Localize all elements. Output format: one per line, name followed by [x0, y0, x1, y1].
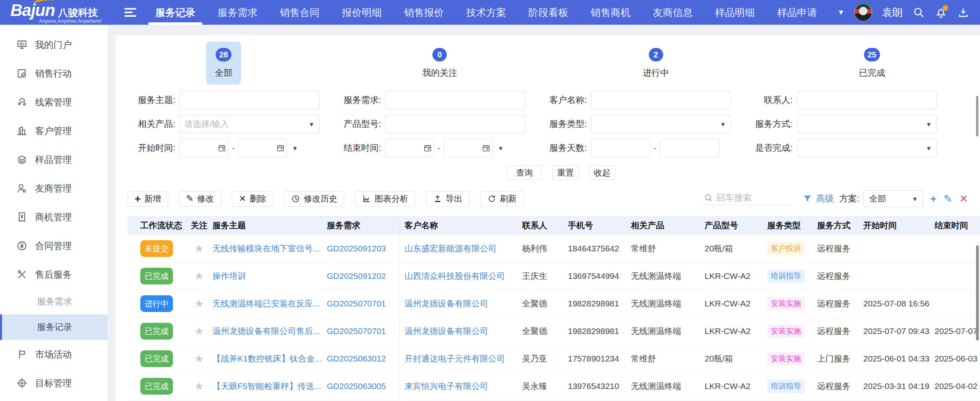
sidebar-item-样品管理[interactable]: 样品管理 [0, 145, 108, 174]
start-date-from-input[interactable] [179, 139, 229, 157]
service-topic-link[interactable]: 操作培训 [212, 271, 246, 282]
contact-filter-input[interactable] [797, 91, 937, 109]
download-icon[interactable] [957, 6, 970, 19]
top-nav-tab-销售合同[interactable]: 销售合同 [269, 0, 331, 25]
service-topic-link[interactable]: 【天眼F5智能检重秤】传送... [212, 381, 321, 392]
demand-filter-input[interactable] [385, 91, 525, 109]
top-nav-tab-服务记录[interactable]: 服务记录 [144, 0, 206, 25]
stype-filter-select[interactable]: ▼ [591, 115, 731, 133]
table-scrollbar-thumb[interactable] [976, 245, 979, 340]
summary-card-进行中[interactable]: 2 进行中 [548, 41, 764, 85]
customer-name-link[interactable]: 温州龙德设备有限公司 [405, 326, 488, 337]
service-demand-link[interactable]: GD2025063005 [327, 381, 386, 391]
reset-button[interactable]: 重置 [552, 165, 579, 180]
plan-select[interactable]: 全部 ▼ [863, 190, 923, 207]
toolbar-button-修改[interactable]: ✎ 修改 [179, 191, 221, 207]
delete-plan-icon[interactable]: ✕ [959, 194, 968, 204]
sidebar-item-客户管理[interactable]: 客户管理 [0, 117, 108, 145]
query-button[interactable]: 查询 [507, 165, 542, 180]
favorite-star-icon[interactable]: ★ [194, 270, 204, 282]
service-topic-link[interactable]: 无线传输模块在地下室信号... [212, 243, 320, 254]
user-name[interactable]: 袁朗 [882, 6, 903, 20]
customer-name-link[interactable]: 山东盛宏新能源有限公司 [405, 243, 497, 254]
summary-card-我的关注[interactable]: 0 我的关注 [332, 41, 548, 85]
sidebar-subitem-服务需求[interactable]: 服务需求 [0, 289, 108, 314]
collapse-button[interactable]: 收起 [589, 165, 615, 180]
customer-name-link[interactable]: 山西清众科技股份有限公司 [405, 271, 505, 282]
sidebar-item-销售行动[interactable]: 销售行动 [0, 59, 108, 88]
sidebar-item-市场活动[interactable]: 市场活动 [0, 340, 108, 369]
toolbar-button-新增[interactable]: + 新增 [128, 191, 168, 207]
start-range-preset-caret-icon[interactable]: ▼ [292, 145, 298, 152]
toolbar-button-修改历史[interactable]: 修改历史 [284, 191, 344, 207]
customer-filter-input[interactable] [591, 91, 731, 109]
more-menus-caret-icon[interactable]: ▼ [837, 8, 844, 17]
favorite-star-icon[interactable]: ★ [194, 325, 204, 338]
sidebar-item-合同管理[interactable]: 合同管理 [0, 231, 108, 260]
filter-funnel-icon[interactable] [803, 194, 812, 203]
service-topic-link[interactable]: 温州龙德设备有限公司售后... [212, 326, 320, 337]
end-date-to-input[interactable] [444, 139, 493, 157]
quick-search-input[interactable] [717, 193, 788, 203]
topic-filter-input[interactable] [179, 91, 320, 109]
favorite-star-icon[interactable]: ★ [194, 352, 204, 365]
sidebar-item-我的门户[interactable]: 我的门户 [0, 30, 108, 59]
toolbar-button-删除[interactable]: ✕ 删除 [232, 191, 274, 207]
customer-name-link[interactable]: 开封通达电子元件有限公司 [405, 353, 505, 364]
top-nav-tab-样品申请[interactable]: 样品申请 [766, 0, 828, 25]
table-row[interactable]: 已完成 ★ 操作培训 GD2025091202 山西清众科技股份有限公司 王庆生… [128, 263, 980, 290]
service-demand-link[interactable]: GD2025063012 [327, 354, 386, 363]
toolbar-button-刷新[interactable]: 刷新 [480, 191, 524, 207]
sidebar-item-友商管理[interactable]: 友商管理 [0, 174, 108, 203]
table-row[interactable]: 已完成 ★ 【战斧K1数控铣床】钛合金... GD2025063012 开封通达… [128, 345, 980, 373]
service-topic-link[interactable]: 无线测温终端已安装在反应... [212, 298, 320, 309]
top-nav-tab-销售商机[interactable]: 销售商机 [579, 0, 642, 25]
service-topic-link[interactable]: 【战斧K1数控铣床】钛合金... [212, 353, 322, 364]
add-plan-icon[interactable]: + [930, 194, 936, 204]
top-nav-tab-样品明细[interactable]: 样品明细 [704, 0, 766, 25]
done-filter-select[interactable]: ▼ [797, 139, 937, 157]
favorite-star-icon[interactable]: ★ [194, 297, 204, 310]
smode-filter-select[interactable]: ▼ [797, 115, 937, 133]
top-nav-tab-服务需求[interactable]: 服务需求 [206, 0, 269, 25]
summary-card-已完成[interactable]: 25 已完成 [764, 41, 980, 85]
end-date-from-input[interactable] [385, 139, 434, 157]
service-demand-link[interactable]: GD2025091202 [327, 271, 386, 281]
service-demand-link[interactable]: GD2025070701 [327, 299, 386, 308]
customer-name-link[interactable]: 来宾恒兴电子有限公司 [405, 381, 488, 392]
edit-plan-icon[interactable]: ✎ [943, 194, 952, 204]
table-row[interactable]: 已完成 ★ 温州龙德设备有限公司售后... GD2025070701 温州龙德设… [128, 318, 980, 345]
top-nav-tab-友商信息[interactable]: 友商信息 [642, 0, 704, 25]
top-nav-tab-技术方案[interactable]: 技术方案 [455, 0, 517, 25]
model-filter-input[interactable] [385, 115, 525, 133]
sidebar-item-售后服务[interactable]: 售后服务 [0, 260, 108, 289]
end-range-preset-caret-icon[interactable]: ▼ [498, 145, 504, 152]
sidebar-subitem-服务记录[interactable]: 服务记录 [0, 314, 108, 340]
toolbar-button-导出[interactable]: 导出 [426, 191, 469, 207]
search-icon[interactable] [912, 6, 925, 19]
toolbar-button-图表分析[interactable]: 图表分析 [355, 191, 415, 207]
product-filter-select[interactable]: 请选择/输入 ▼ [179, 115, 320, 133]
top-nav-tab-销售报价[interactable]: 销售报价 [393, 0, 455, 25]
service-demand-link[interactable]: GD2025091203 [327, 244, 386, 253]
user-avatar[interactable] [854, 3, 872, 22]
top-nav-tab-报价明细[interactable]: 报价明细 [331, 0, 393, 25]
menu-hamburger-icon[interactable] [124, 8, 136, 17]
notifications-bell-icon[interactable] [935, 6, 947, 19]
favorite-star-icon[interactable]: ★ [194, 380, 204, 393]
page-scrollbar-thumb[interactable] [976, 96, 978, 136]
top-nav-tab-阶段看板[interactable]: 阶段看板 [517, 0, 579, 25]
sidebar-item-商机管理[interactable]: 商机管理 [0, 203, 108, 231]
summary-card-全部[interactable]: 28 全部 [116, 41, 332, 85]
start-date-to-input[interactable] [238, 139, 287, 157]
table-row[interactable]: 已完成 ★ 【天眼F5智能检重秤】传送... GD2025063005 来宾恒兴… [128, 373, 980, 400]
advanced-search-link[interactable]: 高级 [816, 193, 834, 205]
days-min-input[interactable] [591, 139, 651, 157]
favorite-star-icon[interactable]: ★ [194, 242, 204, 255]
service-demand-link[interactable]: GD2025070701 [327, 326, 386, 336]
table-row[interactable]: 未提交 ★ 无线传输模块在地下室信号... GD2025091203 山东盛宏新… [128, 235, 980, 263]
customer-name-link[interactable]: 温州龙德设备有限公司 [405, 298, 488, 309]
table-row[interactable]: 进行中 ★ 无线测温终端已安装在反应... GD2025070701 温州龙德设… [128, 290, 980, 318]
sidebar-item-目标管理[interactable]: 目标管理 [0, 369, 108, 397]
sidebar-item-线索管理[interactable]: 线索管理 [0, 88, 108, 117]
